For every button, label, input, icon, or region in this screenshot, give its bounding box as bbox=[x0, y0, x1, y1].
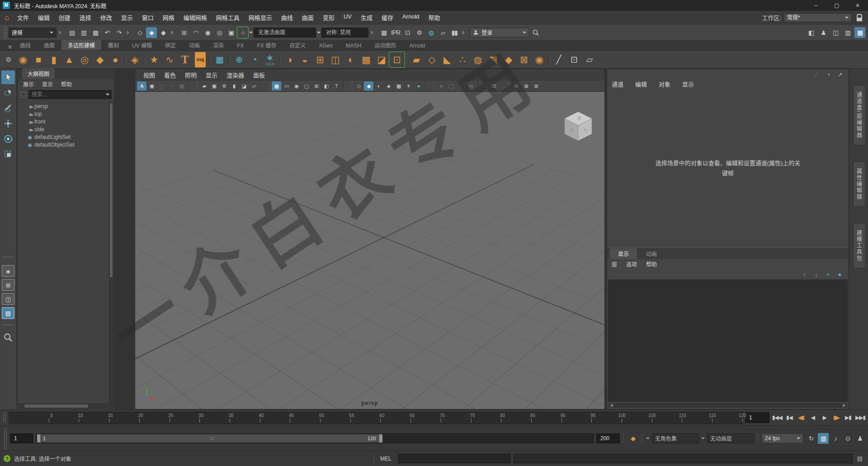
layer-editor-menu-item[interactable]: 选项 bbox=[626, 260, 637, 268]
step-back-key-button[interactable]: ◀▮ bbox=[796, 412, 807, 423]
layer-move-down-icon[interactable]: ↓ bbox=[811, 270, 821, 278]
range-start-handle[interactable] bbox=[37, 434, 40, 442]
step-forward-key-button[interactable]: ▮▶ bbox=[831, 412, 842, 423]
play-backwards-button[interactable]: ◀ bbox=[807, 412, 818, 423]
lasso-tool[interactable] bbox=[1, 86, 15, 100]
grid-toggle-icon[interactable]: ▦ bbox=[272, 81, 281, 90]
outliner-item[interactable]: persp bbox=[24, 102, 114, 110]
command-language-label[interactable]: MEL bbox=[380, 456, 392, 462]
outliner-item[interactable]: top bbox=[24, 110, 114, 118]
charset-caret-icon[interactable] bbox=[646, 437, 650, 441]
collapse-arrow-icon[interactable] bbox=[127, 30, 132, 35]
menu-item[interactable]: 选择 bbox=[75, 13, 96, 22]
collapse-arrow-icon[interactable] bbox=[462, 30, 467, 35]
single-pane-layout-button[interactable]: ◈ bbox=[2, 265, 14, 277]
shelf-tab[interactable]: UV 编辑 bbox=[126, 40, 158, 50]
tool-settings-toggle-icon[interactable]: ▥ bbox=[842, 27, 853, 38]
shelf-icon[interactable] bbox=[406, 53, 407, 66]
ipr-render-icon[interactable]: IPR bbox=[390, 27, 401, 38]
new-layer-from-selected-icon[interactable]: ● bbox=[835, 270, 844, 278]
home-icon[interactable]: ⌂ bbox=[5, 14, 9, 22]
snap-curve-icon[interactable]: ◠ bbox=[190, 27, 201, 38]
collapse-arrow-icon[interactable] bbox=[371, 30, 376, 35]
menu-item[interactable]: 编辑网格 bbox=[179, 13, 212, 22]
collapse-arrow-icon[interactable] bbox=[171, 30, 176, 35]
chevron-down-icon[interactable] bbox=[317, 29, 321, 37]
snap-projected-center-icon[interactable]: ◎ bbox=[214, 27, 225, 38]
motion-blur-icon[interactable]: ◌ bbox=[456, 81, 466, 90]
current-time-field[interactable]: 1 bbox=[745, 412, 769, 423]
outliner-tab[interactable]: 大纲视图 bbox=[22, 68, 55, 79]
drag-handle[interactable] bbox=[4, 26, 7, 38]
frame-selected-icon[interactable]: ▢ bbox=[157, 81, 166, 90]
menu-item[interactable]: 显示 bbox=[117, 13, 137, 22]
maximize-button[interactable]: ▢ bbox=[826, 0, 847, 11]
humanik-toggle-icon[interactable]: ♟ bbox=[818, 27, 829, 38]
shelf-tab[interactable]: MASH bbox=[340, 41, 368, 50]
type-tool-icon[interactable]: T bbox=[177, 52, 193, 67]
menu-item[interactable]: 编辑 bbox=[33, 13, 54, 22]
workspace-lock-icon[interactable] bbox=[856, 14, 863, 21]
joint-tool-icon[interactable]: ⊕ bbox=[231, 52, 247, 67]
modeling-toolkit-toggle-icon[interactable]: ◧ bbox=[806, 27, 816, 38]
shelf-tab[interactable]: 多边形建模 bbox=[61, 40, 101, 50]
shaded-mode-icon[interactable]: ◆ bbox=[364, 81, 373, 90]
textures-toggle-icon[interactable]: ● bbox=[414, 81, 423, 90]
film-gate-icon[interactable]: ▭ bbox=[282, 81, 291, 90]
animation-start-field[interactable]: 1 bbox=[10, 433, 33, 443]
manipulator-key-icon[interactable]: ∴ bbox=[812, 71, 821, 78]
extrude-icon[interactable]: ▰ bbox=[409, 52, 424, 67]
shelf-menu-icon[interactable]: ≡ bbox=[6, 44, 14, 50]
shelf-tab[interactable]: FX 缓存 bbox=[250, 40, 283, 50]
channel-box-toggle-icon[interactable]: ▦ bbox=[854, 27, 865, 38]
render-frame-icon[interactable]: ▦ bbox=[378, 27, 389, 38]
multi-pane-icon[interactable]: ⊠ bbox=[521, 81, 531, 90]
graph-state-icon[interactable]: ↗ bbox=[836, 71, 844, 78]
viewport-canvas[interactable]: 顶 前 右 persp bbox=[135, 92, 604, 409]
svg-tool-icon[interactable]: svg bbox=[193, 52, 208, 67]
minimize-button[interactable]: ─ bbox=[806, 0, 826, 11]
scale-tool[interactable] bbox=[1, 147, 15, 161]
anti-alias-icon[interactable]: ▤ bbox=[466, 81, 476, 90]
textured-mode-icon[interactable]: ◐ bbox=[374, 81, 383, 90]
snap-point-icon[interactable]: ◉ bbox=[202, 27, 213, 38]
outliner-menu-item[interactable]: 展示 bbox=[23, 80, 34, 88]
viewport-menu-item[interactable]: 面板 bbox=[253, 71, 265, 79]
poly-torus-icon[interactable]: ◎ bbox=[77, 52, 92, 67]
safe-title-icon[interactable]: T bbox=[331, 81, 341, 90]
fps-select[interactable]: 24 fps bbox=[762, 433, 803, 443]
poly-cube-icon[interactable]: ■ bbox=[31, 52, 46, 67]
ao-icon[interactable]: ◯ bbox=[446, 81, 456, 90]
duplicate-icon[interactable]: ◐ bbox=[343, 52, 359, 67]
range-end-handle[interactable] bbox=[379, 434, 382, 442]
pan-zoom-icon[interactable]: ◪ bbox=[239, 81, 249, 90]
isolate-select-icon[interactable]: ▣ bbox=[147, 81, 156, 90]
channel-box-menu-item[interactable]: 通道 bbox=[612, 80, 623, 88]
lights-mode-icon[interactable]: ☀ bbox=[404, 81, 413, 90]
filter-icon[interactable] bbox=[20, 92, 26, 98]
menu-item[interactable]: 窗口 bbox=[137, 13, 158, 22]
helix-icon[interactable]: ∿ bbox=[162, 52, 177, 67]
lattice-icon[interactable]: ⊡ bbox=[566, 52, 582, 67]
menu-item[interactable]: 曲线 bbox=[277, 13, 297, 22]
menu-item[interactable]: 变形 bbox=[318, 13, 339, 22]
two-pane-layout-button[interactable]: ◫ bbox=[2, 293, 14, 305]
channel-box-menu-item[interactable]: 编辑 bbox=[635, 80, 647, 88]
paint-select-tool[interactable] bbox=[1, 101, 15, 115]
shelf-tab[interactable]: XGen bbox=[312, 41, 339, 50]
super-shape-icon[interactable]: ★ bbox=[146, 52, 162, 67]
range-grip[interactable] bbox=[210, 437, 214, 440]
shelf-options-gear-icon[interactable]: ⚙ bbox=[2, 56, 15, 64]
shelf-icon[interactable] bbox=[279, 53, 280, 66]
poly-sphere-icon[interactable]: ◉ bbox=[15, 52, 31, 67]
redo-icon[interactable]: ↷ bbox=[113, 27, 124, 38]
play-forwards-button[interactable]: ▶ bbox=[819, 412, 830, 423]
four-pane-layout-button[interactable]: ⊞ bbox=[2, 279, 14, 291]
undo-icon[interactable]: ↶ bbox=[102, 27, 113, 38]
menu-item[interactable]: 生成 bbox=[356, 13, 377, 22]
poly-plane-icon[interactable]: ◆ bbox=[92, 52, 108, 67]
menu-item[interactable]: 缓存 bbox=[377, 13, 398, 22]
pause-viewport-icon[interactable]: ▮▮ bbox=[449, 27, 460, 38]
shelf-tab[interactable]: 雕刻 bbox=[102, 40, 125, 50]
wireframe-mode-icon[interactable]: ◇ bbox=[354, 81, 363, 90]
